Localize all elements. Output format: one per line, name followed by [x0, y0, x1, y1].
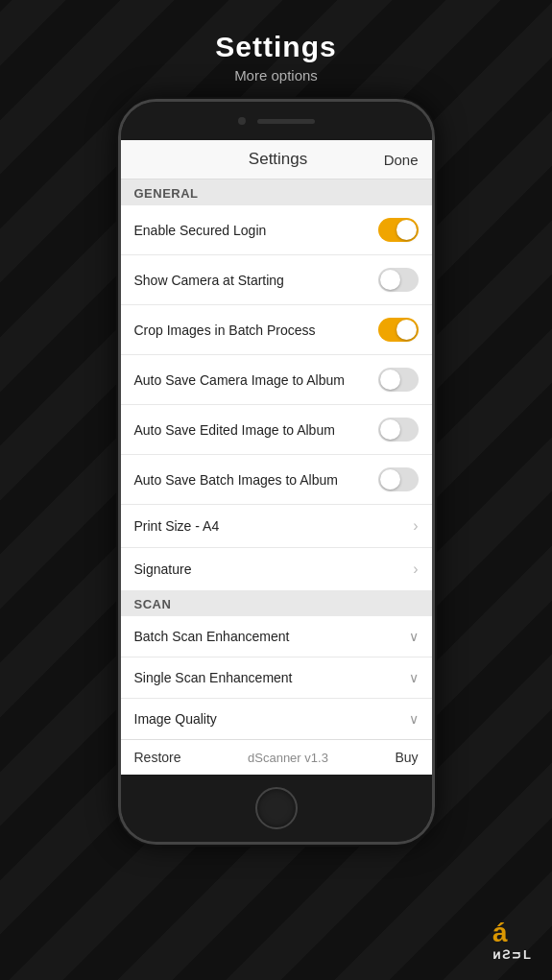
row-auto-save-camera-image[interactable]: Auto Save Camera Image to Album: [121, 355, 432, 405]
label-auto-save-edited-image: Auto Save Edited Image to Album: [134, 422, 378, 438]
brand-logo: á ᴎƧᴝL: [492, 920, 533, 961]
page-title: Settings: [215, 31, 336, 63]
phone-shell: Settings Done General Enable Secured Log…: [118, 99, 435, 845]
nav-bar: Settings Done: [121, 140, 432, 179]
label-show-camera-at-starting: Show Camera at Starting: [134, 273, 378, 288]
nav-title: Settings: [249, 150, 307, 169]
label-auto-save-batch-images: Auto Save Batch Images to Album: [134, 472, 378, 488]
label-crop-images-batch-process: Crop Images in Batch Process: [134, 323, 378, 338]
toggle-show-camera-at-starting[interactable]: [378, 268, 419, 292]
toggle-auto-save-batch-images[interactable]: [378, 467, 419, 491]
brand-icon: á: [492, 920, 533, 946]
chevron-down-icon: ∨: [409, 629, 419, 644]
section-header-general: General: [121, 179, 432, 205]
nav-done-button[interactable]: Done: [384, 152, 419, 168]
row-signature[interactable]: Signature ›: [121, 548, 432, 590]
row-auto-save-edited-image[interactable]: Auto Save Edited Image to Album: [121, 405, 432, 455]
toggle-auto-save-edited-image[interactable]: [378, 418, 419, 442]
row-single-scan-enhancement[interactable]: Single Scan Enhancement ∨: [121, 657, 432, 699]
page-header: Settings More options: [215, 0, 336, 99]
buy-button[interactable]: Buy: [395, 750, 418, 765]
toggle-knob: [380, 370, 400, 390]
chevron-down-icon: ∨: [409, 711, 419, 727]
toggle-auto-save-camera-image[interactable]: [378, 368, 419, 392]
row-auto-save-batch-images[interactable]: Auto Save Batch Images to Album: [121, 455, 432, 505]
phone-speaker: [257, 119, 315, 124]
toggle-knob: [380, 419, 400, 440]
screen: Settings Done General Enable Secured Log…: [121, 140, 432, 775]
toggle-knob: [396, 220, 417, 240]
label-signature: Signature: [134, 562, 414, 577]
home-button[interactable]: [255, 787, 298, 829]
label-image-quality: Image Quality: [134, 711, 409, 727]
settings-group-general: Enable Secured Login Show Camera at Star…: [121, 205, 432, 590]
label-auto-save-camera-image: Auto Save Camera Image to Album: [134, 372, 378, 388]
row-print-size[interactable]: Print Size - A4 ›: [121, 505, 432, 548]
toggle-knob: [396, 320, 417, 340]
row-crop-images-batch-process[interactable]: Crop Images in Batch Process: [121, 305, 432, 355]
chevron-right-icon: ›: [413, 517, 418, 535]
label-enable-secured-login: Enable Secured Login: [134, 223, 378, 238]
bottom-bar: Restore dScanner v1.3 Buy: [121, 739, 432, 775]
row-image-quality[interactable]: Image Quality ∨: [121, 699, 432, 739]
phone-top-bar: [121, 102, 432, 140]
label-batch-scan-enhancement: Batch Scan Enhancement: [134, 629, 409, 644]
row-batch-scan-enhancement[interactable]: Batch Scan Enhancement ∨: [121, 616, 432, 657]
toggle-knob: [380, 270, 400, 290]
toggle-crop-images-batch-process[interactable]: [378, 318, 419, 342]
restore-button[interactable]: Restore: [134, 750, 181, 765]
row-enable-secured-login[interactable]: Enable Secured Login: [121, 205, 432, 255]
page-subtitle: More options: [215, 67, 336, 84]
version-label: dScanner v1.3: [248, 751, 328, 765]
toggle-knob: [380, 469, 400, 490]
phone-bottom: [121, 775, 432, 842]
settings-group-scan: Batch Scan Enhancement ∨ Single Scan Enh…: [121, 616, 432, 739]
chevron-right-icon: ›: [413, 561, 418, 578]
row-show-camera-at-starting[interactable]: Show Camera at Starting: [121, 255, 432, 305]
section-header-scan: Scan: [121, 590, 432, 616]
toggle-enable-secured-login[interactable]: [378, 218, 419, 242]
phone-camera-dot: [238, 117, 246, 125]
label-single-scan-enhancement: Single Scan Enhancement: [134, 670, 409, 685]
label-print-size: Print Size - A4: [134, 518, 414, 534]
brand-text: ᴎƧᴝL: [492, 948, 533, 961]
chevron-down-icon: ∨: [409, 670, 419, 685]
